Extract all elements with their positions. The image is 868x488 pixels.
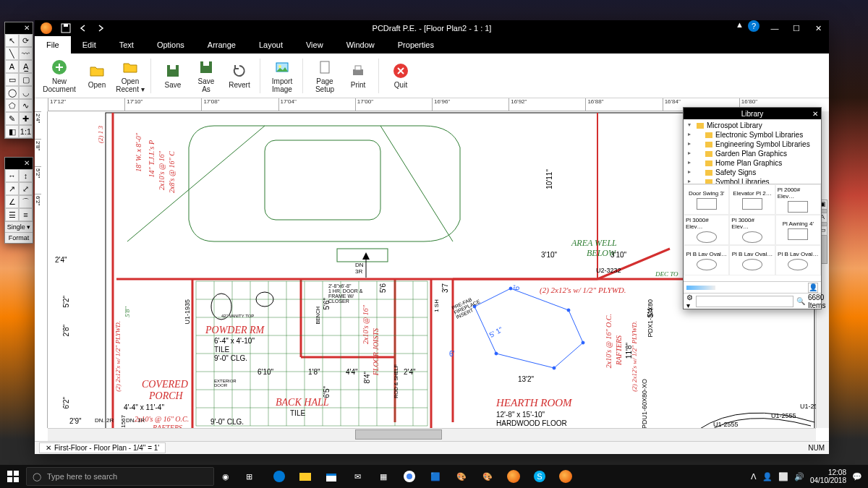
ribbon-revert[interactable]: Revert xyxy=(224,59,255,93)
titlebar[interactable]: PCDraft P.E. - [Floor Plan2 - 1 : 1] ▲ ?… xyxy=(35,20,829,36)
start-button[interactable] xyxy=(0,465,26,488)
dim-angle[interactable]: ∠ xyxy=(5,195,19,208)
app-orb-icon[interactable] xyxy=(41,22,52,34)
library-folder[interactable]: Home Plan Graphics xyxy=(686,158,818,168)
taskbar[interactable]: ◯Type here to search ◉ ⊞ ✉ ▦ 🟦 🎨 🎨 S ᐱ 👤… xyxy=(0,465,868,488)
tool-text[interactable]: A xyxy=(5,60,19,73)
ribbon-new-document[interactable]: New Document xyxy=(39,59,80,93)
ribbon-save[interactable]: Save xyxy=(157,59,189,93)
close-icon[interactable]: ✕ xyxy=(24,160,30,167)
task-view-icon[interactable]: ⊞ xyxy=(237,465,260,488)
taskbar-explorer-icon[interactable] xyxy=(294,465,317,488)
library-item[interactable]: Pl B Lav Oval… xyxy=(729,245,775,275)
ribbon-collapse-icon[interactable]: ▲ xyxy=(736,20,744,36)
dim-vert[interactable]: ↕ xyxy=(19,169,33,182)
tray-notifications-icon[interactable]: 💬 xyxy=(852,472,862,481)
gear-icon[interactable]: ⚙ ▾ xyxy=(686,294,693,309)
tool-curve[interactable]: ∿ xyxy=(19,99,33,112)
dim-arc[interactable]: ⌒ xyxy=(19,195,33,208)
ribbon-quit[interactable]: Quit xyxy=(385,62,417,89)
qat-save-icon[interactable] xyxy=(61,23,71,33)
taskbar-app4-icon[interactable]: 🎨 xyxy=(476,465,499,488)
library-item[interactable]: Pl B Lav Oval… xyxy=(775,245,821,275)
library-item[interactable]: Pl 3000# Elev… xyxy=(729,215,775,245)
tool-polygon[interactable]: ⬠ xyxy=(5,99,19,112)
library-item[interactable]: Pl 2000# Elev… xyxy=(775,184,821,215)
menu-options[interactable]: Options xyxy=(145,36,196,53)
library-folder[interactable]: Safety Signs xyxy=(686,168,818,177)
library-header[interactable]: Library✕ xyxy=(684,108,821,119)
library-item[interactable]: Pl Awning 4' xyxy=(775,215,821,245)
taskbar-pcdraft-icon[interactable] xyxy=(554,465,577,488)
tool-fill[interactable]: ◧ xyxy=(5,125,19,138)
ribbon-print[interactable]: Print xyxy=(342,59,374,93)
tool-polyline[interactable]: 〰 xyxy=(19,47,33,60)
library-search-input[interactable] xyxy=(696,296,793,307)
dim-chain[interactable]: ☰ xyxy=(5,208,19,221)
tool-rotate[interactable]: ⟳ xyxy=(19,34,33,47)
toolbox-palette[interactable]: ✕ ↖ ⟳ ╲ 〰 A A̲ ▭ ▢ ◯ ◡ ⬠ ∿ ✎ ✚ ◧ 1:1 xyxy=(4,22,33,139)
dim-titlebar[interactable]: ✕ xyxy=(5,158,33,169)
taskbar-edge-icon[interactable] xyxy=(268,465,291,488)
ribbon-open-recent[interactable]: Open Recent ▾ xyxy=(114,59,146,93)
taskbar-clock[interactable]: 12:0804/10/2018 xyxy=(810,468,846,484)
library-folder[interactable]: Garden Plan Graphics xyxy=(686,149,818,158)
tool-freehand[interactable]: ✎ xyxy=(5,112,19,125)
dim-base[interactable]: ≡ xyxy=(19,208,33,221)
menu-layout[interactable]: Layout xyxy=(247,36,294,53)
dim-horiz[interactable]: ↔ xyxy=(5,169,19,182)
taskbar-app2-icon[interactable]: 🟦 xyxy=(424,465,447,488)
tool-eyedrop[interactable]: 1:1 xyxy=(19,125,33,138)
library-zoom-slider[interactable] xyxy=(686,286,715,290)
ribbon-page-setup[interactable]: Page Setup xyxy=(309,59,341,93)
tray-up-icon[interactable]: ᐱ xyxy=(751,472,757,481)
close-icon[interactable]: ✕ xyxy=(46,444,51,452)
tool-text2[interactable]: A̲ xyxy=(19,60,33,73)
taskbar-mail-icon[interactable]: ✉ xyxy=(346,465,369,488)
menu-view[interactable]: View xyxy=(294,36,335,53)
dim-mode[interactable]: Single ▾ xyxy=(5,221,33,232)
library-root[interactable]: Microspot Library xyxy=(686,121,818,130)
dimension-palette[interactable]: ✕ ↔ ↕ ↗ ⤢ ∠ ⌒ ☰ ≡ Single ▾ Format xyxy=(4,157,33,244)
minimize-button[interactable]: — xyxy=(764,20,786,36)
taskbar-skype-icon[interactable]: S xyxy=(528,465,551,488)
library-item[interactable]: Door Swing 3' xyxy=(684,184,729,215)
menu-file[interactable]: File xyxy=(35,36,71,53)
ribbon-save-as[interactable]: Save As xyxy=(190,59,222,93)
close-button[interactable]: ✕ xyxy=(807,20,829,36)
menu-window[interactable]: Window xyxy=(335,36,386,53)
tool-marker[interactable]: ✚ xyxy=(19,112,33,125)
taskbar-app-icon[interactable]: ▦ xyxy=(372,465,395,488)
search-icon[interactable]: 🔍 xyxy=(796,297,805,305)
menu-arrange[interactable]: Arrange xyxy=(196,36,247,53)
maximize-button[interactable]: ☐ xyxy=(786,20,807,36)
ribbon-import-image[interactable]: Import Image xyxy=(266,59,298,93)
tool-rrect[interactable]: ▢ xyxy=(19,73,33,86)
close-icon[interactable]: ✕ xyxy=(812,110,818,118)
qat-redo-icon[interactable] xyxy=(95,23,106,33)
taskbar-app3-icon[interactable]: 🎨 xyxy=(450,465,473,488)
library-grid[interactable]: Door Swing 3' Elevator Pl 2… Pl 2000# El… xyxy=(684,184,821,281)
library-item[interactable]: Pl 3000# Elev… xyxy=(684,215,729,245)
dim-diag[interactable]: ⤢ xyxy=(19,182,33,195)
tool-rect[interactable]: ▭ xyxy=(5,73,19,86)
dim-format[interactable]: Format xyxy=(5,232,33,243)
tool-ellipse[interactable]: ◯ xyxy=(5,86,19,99)
library-panel[interactable]: Library✕ Microspot Library Electronic Sy… xyxy=(683,107,822,309)
library-item[interactable]: Elevator Pl 2… xyxy=(729,184,775,215)
dim-rad[interactable]: ↗ xyxy=(5,182,19,195)
tray-volume-icon[interactable]: 🔊 xyxy=(794,472,804,481)
ribbon-open[interactable]: Open xyxy=(81,59,113,93)
tray-people-icon[interactable]: 👤 xyxy=(762,472,773,481)
library-folder[interactable]: Symbol Libraries xyxy=(686,177,818,184)
cortana-mic-icon[interactable]: ◉ xyxy=(214,465,237,488)
taskbar-chrome-icon[interactable] xyxy=(398,465,421,488)
menu-text[interactable]: Text xyxy=(108,36,145,53)
tool-arc[interactable]: ◡ xyxy=(19,86,33,99)
tool-pointer[interactable]: ↖ xyxy=(5,34,19,47)
taskbar-search[interactable]: ◯Type here to search xyxy=(26,467,214,486)
tray-network-icon[interactable]: ⬜ xyxy=(778,472,788,481)
toolbox-titlebar[interactable]: ✕ xyxy=(5,22,33,34)
taskbar-store-icon[interactable] xyxy=(320,465,343,488)
library-item[interactable]: Pl B Lav Oval… xyxy=(684,245,729,275)
